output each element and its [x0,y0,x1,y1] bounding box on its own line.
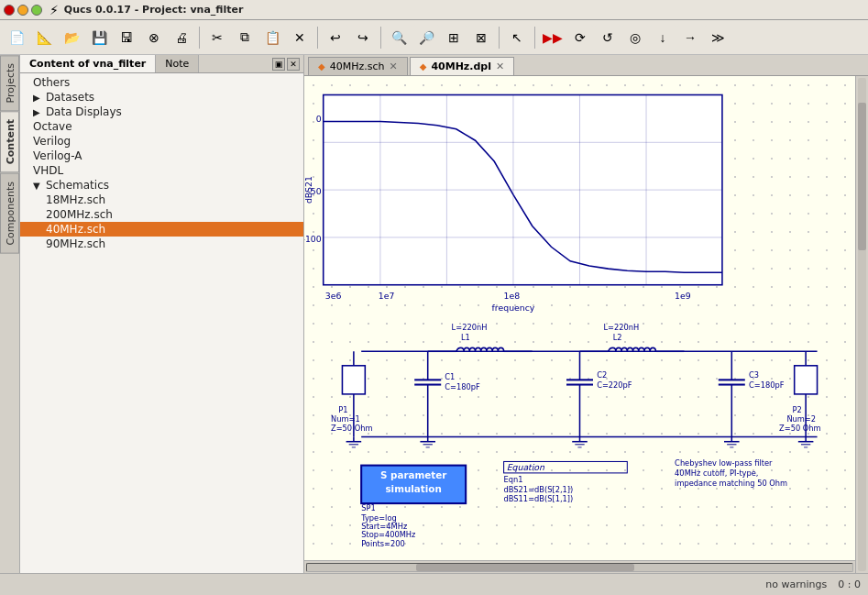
collapse-btn[interactable]: ▣ [272,58,285,71]
doc-tab-40mhzsch[interactable]: ◆ 40MHz.sch ✕ [308,57,408,75]
undo-btn[interactable]: ↩ [323,25,348,50]
note-tab[interactable]: Note [156,55,199,72]
svg-text:C=180pF: C=180pF [445,382,480,391]
h-scroll-thumb[interactable] [416,564,634,571]
sim2-btn[interactable]: ⟳ [567,25,593,50]
file-tree: Others ▶ Datasets ▶ Data Displays Octave… [20,73,303,573]
svg-text:1e9: 1e9 [675,291,691,301]
tree-item-18mhz[interactable]: 18MHz.sch [20,193,303,207]
save-all-btn[interactable]: 🖫 [114,25,139,50]
tree-item-datadisplays[interactable]: ▶ Data Displays [20,105,303,119]
doc-tab-40mhzdpl[interactable]: ◆ 40MHz.dpl ✕ [410,57,514,75]
close-sch-tab[interactable]: ✕ [389,61,397,72]
doc-tabs: ◆ 40MHz.sch ✕ ◆ 40MHz.dpl ✕ [304,55,868,76]
zoom-out-btn[interactable]: 🔎 [413,25,439,50]
panel-collapse-btns: ▣ ✕ [272,55,303,72]
close-window-btn[interactable] [4,5,15,16]
statusbar: no warnings 0 : 0 [0,573,868,595]
svg-text:L1: L1 [461,333,470,342]
vertical-scrollbar[interactable] [855,76,868,573]
h-scroll-track[interactable] [306,563,853,572]
save-btn[interactable]: 💾 [86,25,112,50]
svg-text:C3: C3 [749,370,759,380]
tree-item-40mhz[interactable]: 40MHz.sch [20,222,303,237]
select-btn[interactable]: ↖ [504,25,530,50]
svg-text:C1: C1 [445,372,455,381]
copy-btn[interactable]: ⧉ [232,25,258,50]
new-file-btn[interactable]: 📄 [4,25,29,50]
dpl-icon: ◆ [420,61,427,72]
print-btn[interactable]: 🖨 [169,25,194,50]
svg-text:L2: L2 [613,333,622,342]
zoom-custom-btn[interactable]: ⊠ [468,25,494,50]
svg-text:C=180pF: C=180pF [749,380,785,390]
tree-item-datasets[interactable]: ▶ Datasets [20,90,303,105]
more-btn[interactable]: ≫ [705,25,731,50]
tree-item-schematics[interactable]: ▼ Schematics [20,178,303,193]
sidebar-tab-projects[interactable]: Projects [0,55,19,111]
delete-btn[interactable]: ✕ [287,25,313,50]
sidebar-tab-content[interactable]: Content [0,111,19,172]
window-controls[interactable] [4,5,42,16]
redo-btn[interactable]: ↪ [350,25,376,50]
max-window-btn[interactable] [31,5,42,16]
svg-text:-100: -100 [304,234,322,244]
schematic-canvas[interactable]: 0 -50 -100 dBS21 3e6 1e7 1e8 1e9 [304,76,855,560]
status-position: 0 : 0 [838,578,861,590]
doc-tab-sch-label: 40MHz.sch [330,61,385,72]
status-message: no warnings [765,578,827,590]
titlebar: ⚡ Qucs 0.0.17 - Project: vna_filter [0,0,868,20]
close-dpl-tab[interactable]: ✕ [496,61,504,72]
schematic-row: 0 -50 -100 dBS21 3e6 1e7 1e8 1e9 [304,76,868,573]
horizontal-scrollbar[interactable] [304,560,855,573]
tree-item-verilog[interactable]: Verilog [20,134,303,149]
svg-text:frequency: frequency [492,303,535,313]
sim4-btn[interactable]: ◎ [622,25,648,50]
tree-item-vhdl[interactable]: VHDL [20,163,303,178]
open-file-btn[interactable]: 📂 [59,25,84,50]
cut-btn[interactable]: ✂ [204,25,230,50]
sidebar-tab-components[interactable]: Components [0,173,19,254]
tree-item-200mhz[interactable]: 200MHz.sch [20,207,303,222]
sim3-btn[interactable]: ↺ [595,25,621,50]
tree-item-others[interactable]: Others [20,75,303,90]
svg-text:Points=200: Points=200 [361,539,405,548]
main-area: Projects Content Components Content of v… [0,55,868,573]
zoom-in-btn[interactable]: 🔍 [386,25,412,50]
paste-btn[interactable]: 📋 [259,25,285,50]
left-panel: Content of vna_filter Note ▣ ✕ Others ▶ … [20,55,304,573]
svg-text:dBS21=dB(S[2,1]): dBS21=dB(S[2,1]) [504,485,574,494]
run-sim-btn[interactable]: ▶▶ [540,25,566,50]
open-schematic-btn[interactable]: 📐 [31,25,57,50]
v-scroll-track[interactable] [858,78,866,571]
svg-rect-20 [342,366,365,394]
tree-item-octave[interactable]: Octave [20,119,303,134]
sim6-btn[interactable]: → [677,25,703,50]
svg-text:SP1: SP1 [361,503,376,512]
svg-text:dBS21: dBS21 [304,176,313,204]
zoom-fit-btn[interactable]: ⊞ [441,25,467,50]
svg-text:Chebyshev low-pass filter: Chebyshev low-pass filter [675,458,773,468]
v-scroll-thumb[interactable] [858,103,866,250]
tree-item-90mhz[interactable]: 90MHz.sch [20,237,303,251]
svg-text:1e8: 1e8 [504,291,521,301]
sep3 [380,27,381,49]
schematic-svg: 0 -50 -100 dBS21 3e6 1e7 1e8 1e9 [304,76,855,560]
sep4 [499,27,500,49]
schematic-col: 0 -50 -100 dBS21 3e6 1e7 1e8 1e9 [304,76,855,573]
sidebar-tabs: Projects Content Components [0,55,20,573]
svg-text:simulation: simulation [385,483,441,494]
svg-text:Num=2: Num=2 [786,414,816,424]
svg-text:P1: P1 [338,405,347,414]
sim5-btn[interactable]: ↓ [650,25,676,50]
tree-item-verilog-a[interactable]: Verilog-A [20,149,303,163]
panel-tabs: Content of vna_filter Note ▣ ✕ [20,55,303,73]
close-btn[interactable]: ⊗ [141,25,167,50]
svg-text:40MHz cutoff, PI-type,: 40MHz cutoff, PI-type, [675,468,758,478]
svg-text:Z=50 Ohm: Z=50 Ohm [331,424,373,433]
min-window-btn[interactable] [17,5,28,16]
svg-text:Equation: Equation [507,462,545,472]
expand-btn[interactable]: ✕ [287,58,300,71]
sep2 [317,27,318,49]
content-of-project-tab[interactable]: Content of vna_filter [20,55,156,72]
